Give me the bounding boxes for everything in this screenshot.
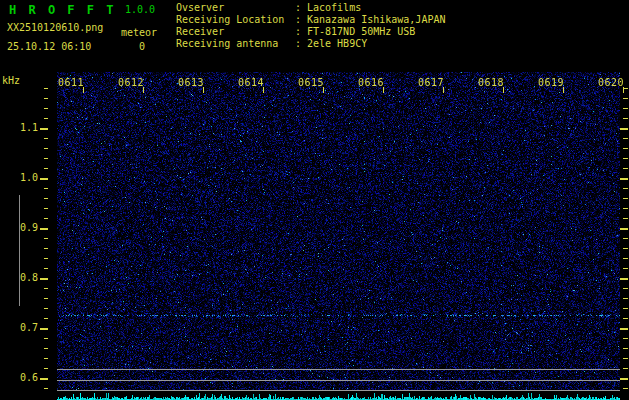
freq-minor-tick-left [44,158,48,159]
time-tick-label: 0614 [238,78,264,88]
info-label: Receiving antenna [176,38,295,50]
hrofft-output-image: H R O F F T 1.0.0 XX2510120610.png meteo… [0,0,629,400]
freq-tick-label: 1.1 [18,123,38,133]
freq-minor-tick-right [623,208,628,209]
time-tick [503,87,504,93]
freq-minor-tick-left [44,258,48,259]
app-version: 1.0.0 [125,5,155,15]
time-tick-label: 0611 [58,78,84,88]
freq-minor-tick-left [44,288,48,289]
freq-minor-tick-right [623,298,628,299]
time-tick-label: 0615 [298,78,324,88]
time-tick-label: 0613 [178,78,204,88]
left-margin-marker-bar [19,195,20,306]
freq-minor-tick-right [623,158,628,159]
freq-tick-label: 1.0 [18,173,38,183]
freq-minor-tick-left [44,388,48,389]
freq-major-tick-right [620,178,628,180]
freq-tick-label: 0.9 [18,223,38,233]
freq-minor-tick-right [623,248,628,249]
info-colon: : [295,2,307,14]
freq-minor-tick-left [44,208,48,209]
info-colon: : [295,14,307,26]
freq-minor-tick-right [623,268,628,269]
freq-minor-tick-left [44,98,48,99]
freq-minor-tick-right [623,118,628,119]
freq-minor-tick-left [44,198,48,199]
calibration-line-2 [57,380,620,381]
freq-tick-label: 0.6 [18,373,38,383]
observation-datetime: 25.10.12 06:10 [7,42,91,52]
freq-minor-tick-left [44,218,48,219]
time-tick [143,87,144,93]
info-value: FT-817ND 50MHz USB [307,26,415,37]
freq-minor-tick-left [44,108,48,109]
freq-minor-tick-right [623,258,628,259]
freq-minor-tick-right [623,358,628,359]
time-tick [263,87,264,93]
freq-minor-tick-right [623,218,628,219]
freq-major-tick-right [620,278,628,280]
time-tick [443,87,444,93]
freq-minor-tick-left [44,238,48,239]
time-tick-label: 0616 [358,78,384,88]
freq-major-tick-left [40,178,48,180]
time-tick-label: 0618 [478,78,504,88]
freq-minor-tick-right [623,198,628,199]
freq-minor-tick-left [44,268,48,269]
freq-minor-tick-left [44,368,48,369]
info-colon: : [295,38,307,50]
freq-major-tick-left [40,228,48,230]
freq-tick-label: 0.8 [18,273,38,283]
observer-info-row: Receiver:FT-817ND 50MHz USB [176,26,415,38]
freq-major-tick-right [620,328,628,330]
freq-minor-tick-left [44,118,48,119]
observer-info-row: Receiving antenna:2ele HB9CY [176,38,367,50]
freq-minor-tick-left [44,348,48,349]
info-value: 2ele HB9CY [307,38,367,49]
time-tick [203,87,204,93]
spectrogram-noise-canvas [57,72,620,390]
observer-info-row: Receiving Location:Kanazawa Ishikawa,JAP… [176,14,445,26]
freq-minor-tick-right [623,368,628,369]
time-tick [83,87,84,93]
freq-major-tick-right [620,128,628,130]
time-tick-label: 0620 [598,78,624,88]
noise-level-trace-canvas [57,390,620,400]
freq-minor-tick-left [44,138,48,139]
info-value: Kanazawa Ishikawa,JAPAN [307,14,445,25]
freq-minor-tick-right [623,188,628,189]
freq-minor-tick-left [44,168,48,169]
freq-minor-tick-left [44,308,48,309]
info-label: Ovserver [176,2,295,14]
echo-count: 0 [139,42,145,52]
freq-minor-tick-right [623,98,628,99]
calibration-line-1 [57,369,620,370]
freq-minor-tick-right [623,168,628,169]
freq-minor-tick-right [623,138,628,139]
freq-major-tick-right [620,378,628,380]
observation-mode: meteor [121,28,157,38]
frequency-axis-unit: kHz [2,76,20,86]
info-colon: : [295,26,307,38]
freq-major-tick-left [40,378,48,380]
freq-minor-tick-left [44,298,48,299]
time-tick [563,87,564,93]
freq-minor-tick-right [623,108,628,109]
freq-minor-tick-left [44,338,48,339]
calibration-line-3 [57,390,620,391]
freq-minor-tick-left [44,188,48,189]
time-tick [623,87,624,93]
freq-minor-tick-right [623,308,628,309]
info-label: Receiving Location [176,14,295,26]
freq-minor-tick-left [44,88,48,89]
freq-minor-tick-left [44,318,48,319]
output-filename: XX2510120610.png [7,23,103,33]
freq-minor-tick-left [44,358,48,359]
freq-minor-tick-right [623,238,628,239]
time-tick-label: 0612 [118,78,144,88]
freq-minor-tick-right [623,338,628,339]
freq-minor-tick-left [44,148,48,149]
observer-info-row: Ovserver:Lacofilms [176,2,361,14]
freq-tick-label: 0.7 [18,323,38,333]
